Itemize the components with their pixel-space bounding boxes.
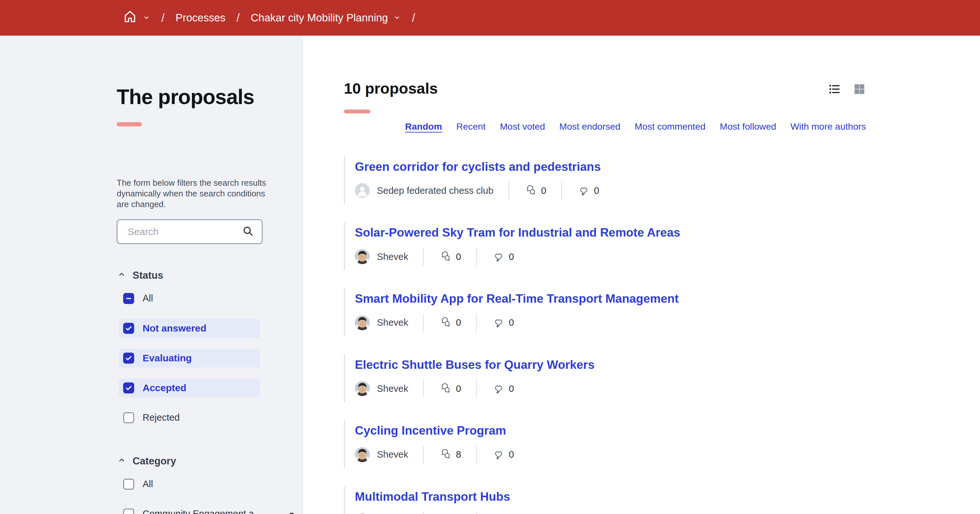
breadcrumb-separator: / xyxy=(412,11,415,24)
sort-option-random[interactable]: Random xyxy=(405,121,442,132)
filter-option-category-all[interactable]: All xyxy=(119,475,260,493)
endorsements-icon xyxy=(578,185,590,196)
checkbox-unchecked[interactable] xyxy=(123,412,134,423)
proposal-card: Cycling Incentive ProgramShevek80 xyxy=(344,420,866,468)
meta-divider xyxy=(509,181,509,200)
list-view-button[interactable] xyxy=(828,84,841,95)
filter-sections: StatusAllNot answeredEvaluatingAcceptedR… xyxy=(117,270,303,514)
endorsements-stat[interactable]: 0 xyxy=(493,449,514,460)
comments-stat-count: 0 xyxy=(456,384,461,394)
comments-icon xyxy=(440,251,452,263)
filter-option-category-community-engagement-a[interactable]: Community Engagement a… xyxy=(119,504,260,514)
breadcrumb-separator: / xyxy=(161,11,165,24)
comments-stat[interactable]: 0 xyxy=(525,185,546,196)
checkbox-unchecked[interactable] xyxy=(123,479,134,490)
endorsements-stat[interactable]: 0 xyxy=(493,383,514,395)
checkbox-checked[interactable] xyxy=(123,382,134,393)
proposal-title-link[interactable]: Multimodal Transport Hubs xyxy=(355,490,510,504)
meta-divider xyxy=(476,512,477,514)
author-name[interactable]: Shevek xyxy=(377,449,408,460)
proposal-title-link[interactable]: Electric Shuttle Buses for Quarry Worker… xyxy=(355,358,595,372)
comments-stat[interactable]: 0 xyxy=(440,251,461,263)
search-input[interactable] xyxy=(127,226,242,237)
meta-divider xyxy=(476,314,477,332)
meta-divider xyxy=(423,314,424,332)
sort-option-most-endorsed[interactable]: Most endorsed xyxy=(559,121,620,132)
chevron-down-icon xyxy=(393,12,401,24)
filter-option-label: Not answered xyxy=(143,323,207,334)
filter-section-toggle-status[interactable]: Status xyxy=(117,270,303,281)
breadcrumb-separator: / xyxy=(237,11,240,24)
proposal-card: Solar-Powered Sky Tram for Industrial an… xyxy=(344,222,866,270)
endorsements-stat[interactable]: 0 xyxy=(493,317,514,328)
proposals-list: Green corridor for cyclists and pedestri… xyxy=(344,156,866,514)
proposal-title-link[interactable]: Smart Mobility App for Real-Time Transpo… xyxy=(355,292,679,306)
photo-avatar[interactable] xyxy=(355,447,370,462)
proposal-title-link[interactable]: Solar-Powered Sky Tram for Industrial an… xyxy=(355,226,680,240)
endorsements-stat-count: 0 xyxy=(509,251,514,262)
checkbox-checked[interactable] xyxy=(123,353,134,364)
endorsements-icon xyxy=(493,449,504,460)
dropdown-triangle-icon[interactable] xyxy=(288,512,295,514)
checkbox-indeterminate[interactable] xyxy=(123,293,134,304)
sort-option-most-commented[interactable]: Most commented xyxy=(635,121,705,132)
home-dropdown-toggle[interactable] xyxy=(143,12,150,24)
checkbox-checked[interactable] xyxy=(123,323,134,334)
photo-avatar[interactable] xyxy=(355,315,370,330)
breadcrumb-item-processes[interactable]: Processes xyxy=(176,12,226,24)
endorsements-stat[interactable]: 0 xyxy=(578,185,599,196)
comments-icon xyxy=(440,449,452,460)
author-name[interactable]: Shevek xyxy=(377,384,408,394)
comments-icon xyxy=(440,383,452,395)
comments-stat[interactable]: 0 xyxy=(440,317,461,328)
filter-option-status-rejected[interactable]: Rejected xyxy=(119,408,260,427)
process-dropdown-toggle[interactable] xyxy=(393,12,401,24)
comments-stat-count: 0 xyxy=(541,185,546,196)
grid-view-button[interactable] xyxy=(853,83,866,97)
filter-section-status: StatusAllNot answeredEvaluatingAcceptedR… xyxy=(117,270,303,427)
filters-description: The form below filters the search result… xyxy=(117,178,272,210)
breadcrumb-item-process[interactable]: Chakar city Mobility Planning xyxy=(251,12,388,24)
generic-avatar[interactable] xyxy=(355,183,370,198)
comments-stat[interactable]: 0 xyxy=(440,383,461,395)
sort-option-recent[interactable]: Recent xyxy=(456,121,485,132)
filter-option-status-accepted[interactable]: Accepted xyxy=(119,379,260,397)
proposal-title-link[interactable]: Cycling Incentive Program xyxy=(355,423,506,438)
meta-divider xyxy=(423,446,424,464)
proposal-title-link[interactable]: Green corridor for cyclists and pedestri… xyxy=(355,160,601,174)
list-view-icon xyxy=(828,84,841,95)
filter-section-toggle-category[interactable]: Category xyxy=(117,455,303,467)
chevron-up-icon xyxy=(117,455,126,467)
endorsements-stat[interactable]: 0 xyxy=(493,251,514,263)
filter-option-status-all[interactable]: All xyxy=(119,289,260,308)
author-name[interactable]: Shevek xyxy=(377,317,408,328)
sort-option-most-voted[interactable]: Most voted xyxy=(500,121,545,132)
filter-option-status-evaluating[interactable]: Evaluating xyxy=(119,349,260,368)
comments-stat-count: 8 xyxy=(456,449,461,460)
photo-avatar[interactable] xyxy=(355,381,370,396)
photo-avatar[interactable] xyxy=(355,249,370,264)
search-icon xyxy=(242,225,254,238)
endorsements-icon xyxy=(493,383,504,395)
top-navbar: / Processes / Chakar city Mobility Plann… xyxy=(0,0,980,36)
author-name[interactable]: Sedep federated chess club xyxy=(377,185,493,196)
filter-option-label: Rejected xyxy=(143,412,180,423)
proposals-count-title: 10 proposals xyxy=(344,80,866,97)
filter-option-label: All xyxy=(143,293,153,304)
endorsements-icon xyxy=(493,317,504,328)
sort-option-most-followed[interactable]: Most followed xyxy=(720,121,776,132)
comments-stat[interactable]: 8 xyxy=(440,449,461,460)
sort-option-with-more-authors[interactable]: With more authors xyxy=(791,121,866,132)
checkbox-unchecked[interactable] xyxy=(123,509,134,514)
filter-option-label: Community Engagement a… xyxy=(143,509,263,514)
home-button[interactable] xyxy=(123,9,137,27)
filter-section-title: Status xyxy=(132,270,163,281)
comments-icon xyxy=(440,317,452,328)
chevron-up-icon xyxy=(117,270,126,281)
proposals-main: 10 proposals RandomRecentMost votedMost … xyxy=(303,36,980,514)
filter-option-status-not-answered[interactable]: Not answered xyxy=(119,319,260,338)
author-name[interactable]: Shevek xyxy=(377,251,408,262)
view-toggles xyxy=(828,83,866,97)
search-submit-button[interactable] xyxy=(242,225,254,238)
endorsements-stat-count: 0 xyxy=(594,185,599,196)
